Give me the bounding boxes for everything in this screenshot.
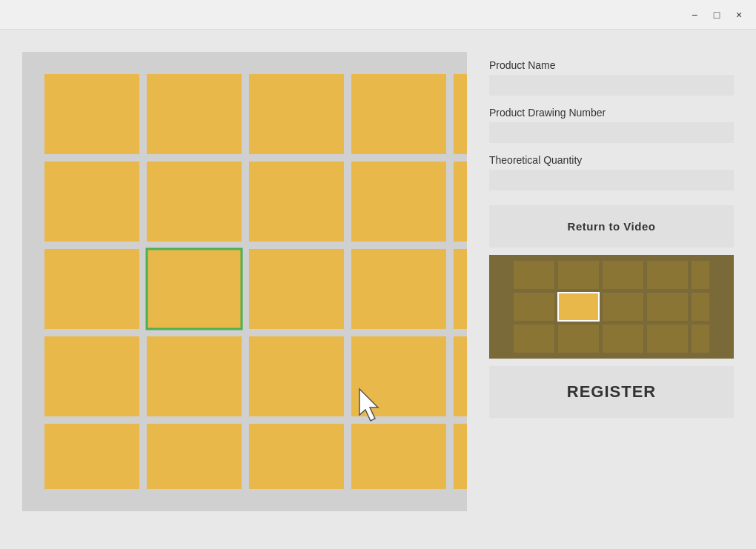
product-drawing-number-label: Product Drawing Number [489,107,734,119]
svg-rect-44 [558,293,599,321]
svg-rect-4 [351,74,446,154]
theoretical-quantity-label: Theoretical Quantity [489,154,734,166]
return-to-video-button[interactable]: Return to Video [489,205,734,247]
title-bar: − □ × [0,0,756,30]
svg-rect-8 [249,162,344,242]
svg-rect-16 [44,336,139,416]
svg-rect-34 [514,293,554,321]
svg-rect-25 [454,424,467,489]
svg-rect-22 [147,424,242,489]
svg-rect-42 [647,325,688,353]
product-name-input[interactable] [489,75,734,96]
product-drawing-number-input[interactable] [489,122,734,143]
mini-map-svg [489,255,734,359]
svg-rect-13 [249,249,344,329]
right-panel: Product Name Product Drawing Number Theo… [489,52,734,527]
svg-rect-20 [454,336,467,416]
svg-rect-17 [147,336,242,416]
mini-map [489,255,734,359]
svg-rect-32 [647,261,688,289]
svg-rect-29 [514,261,554,289]
maximize-button[interactable]: □ [706,4,728,26]
svg-rect-23 [249,424,344,489]
svg-rect-40 [558,325,599,353]
svg-rect-6 [44,162,139,242]
product-name-label: Product Name [489,59,734,71]
svg-rect-1 [44,74,139,154]
svg-rect-10 [454,162,467,242]
svg-rect-36 [603,293,643,321]
svg-rect-9 [351,162,446,242]
svg-rect-11 [44,249,139,329]
svg-rect-15 [454,249,467,329]
svg-rect-7 [147,162,242,242]
svg-rect-2 [147,74,242,154]
tile-grid-svg [22,52,467,511]
svg-rect-5 [454,74,467,154]
minimize-button[interactable]: − [683,4,706,26]
svg-rect-26 [147,249,242,329]
svg-rect-30 [558,261,599,289]
svg-rect-31 [603,261,643,289]
svg-rect-41 [603,325,643,353]
svg-rect-24 [351,424,446,489]
svg-rect-14 [351,249,446,329]
svg-rect-39 [514,325,554,353]
svg-rect-43 [692,325,709,353]
close-button[interactable]: × [728,4,750,26]
svg-rect-3 [249,74,344,154]
svg-rect-37 [647,293,688,321]
svg-rect-33 [692,261,709,289]
svg-rect-21 [44,424,139,489]
svg-rect-18 [249,336,344,416]
main-content: Product Name Product Drawing Number Theo… [0,30,756,549]
grid-panel [22,52,467,511]
register-button[interactable]: REGISTER [489,366,734,418]
svg-rect-38 [692,293,709,321]
theoretical-quantity-input[interactable] [489,170,734,190]
